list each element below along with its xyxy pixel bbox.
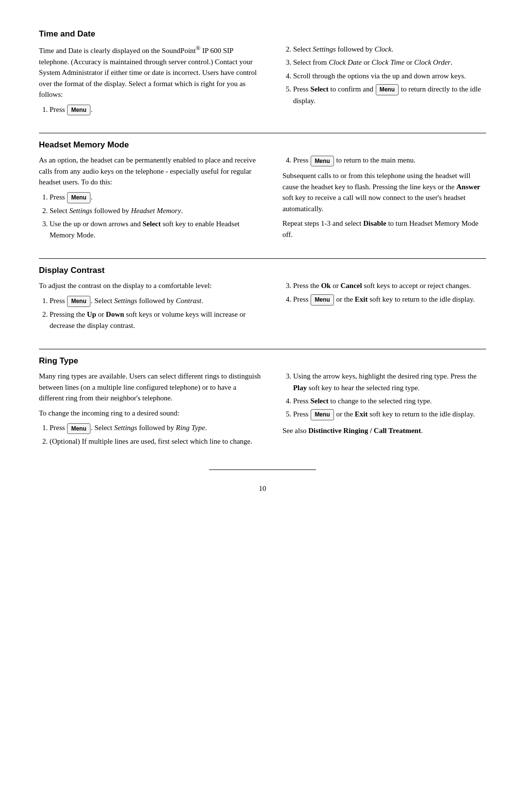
headset-memory-right: Press Menu to return to the main menu. S… — [282, 155, 486, 245]
list-item: Select Settings followed by Clock. — [293, 44, 486, 55]
list-item: Pressing the Up or Down soft keys or vol… — [50, 309, 263, 332]
page-number: 10 — [39, 485, 486, 493]
list-item: Press Menu or the Exit soft key to retur… — [293, 294, 486, 306]
menu-button: Menu — [311, 294, 333, 306]
list-item: Press Menu. — [50, 192, 263, 203]
headset-memory-right-steps: Press Menu to return to the main menu. — [293, 155, 486, 166]
time-and-date-left-steps: Press Menu. — [50, 104, 263, 116]
menu-button: Menu — [311, 409, 333, 420]
list-item: Select from Clock Date or Clock Time or … — [293, 57, 486, 68]
page-bottom-divider — [209, 469, 316, 470]
section-display-contrast: Display Contrast To adjust the contrast … — [39, 266, 486, 344]
list-item: Press Menu or the Exit soft key to retur… — [293, 409, 486, 420]
time-and-date-left: Time and Date is clearly displayed on th… — [39, 44, 263, 119]
menu-button: Menu — [67, 423, 90, 434]
list-item: Press Menu. — [50, 104, 263, 116]
list-item: Press Menu. Select Settings followed by … — [50, 422, 263, 434]
headset-memory-subsequent: Subsequent calls to or from this telepho… — [282, 170, 486, 214]
list-item: Select Settings followed by Headset Memo… — [50, 205, 263, 217]
section-title-headset-memory-mode: Headset Memory Mode — [39, 140, 486, 150]
list-item: Press Select to change to the selected r… — [293, 396, 486, 407]
headset-memory-left: As an option, the headset can be permane… — [39, 155, 263, 245]
list-item: Using the arrow keys, highlight the desi… — [293, 371, 486, 394]
list-item: Press Menu to return to the main menu. — [293, 155, 486, 166]
section-headset-memory-mode: Headset Memory Mode As an option, the he… — [39, 140, 486, 253]
time-and-date-right: Select Settings followed by Clock. Selec… — [282, 44, 486, 119]
section-title-time-and-date: Time and Date — [39, 29, 486, 39]
section-time-and-date: Time and Date Time and Date is clearly d… — [39, 29, 486, 128]
section-ring-type: Ring Type Many ring types are available.… — [39, 356, 486, 460]
headset-memory-left-steps: Press Menu. Select Settings followed by … — [50, 192, 263, 241]
divider — [39, 133, 486, 133]
display-contrast-content: To adjust the contrast on the display to… — [39, 280, 486, 335]
display-contrast-intro: To adjust the contrast on the display to… — [39, 280, 263, 291]
ring-type-left-steps: Press Menu. Select Settings followed by … — [50, 422, 263, 447]
page-content: Time and Date Time and Date is clearly d… — [39, 29, 486, 493]
ring-type-left: Many ring types are available. Users can… — [39, 371, 263, 451]
ring-type-right-steps: Using the arrow keys, highlight the desi… — [293, 371, 486, 420]
time-and-date-content: Time and Date is clearly displayed on th… — [39, 44, 486, 119]
display-contrast-right-steps: Press the Ok or Cancel soft keys to acce… — [293, 280, 486, 305]
menu-button: Menu — [67, 296, 90, 307]
list-item: Use the up or down arrows and Select sof… — [50, 218, 263, 241]
time-and-date-right-steps: Select Settings followed by Clock. Selec… — [293, 44, 486, 107]
list-item: Press the Ok or Cancel soft keys to acce… — [293, 280, 486, 291]
section-title-display-contrast: Display Contrast — [39, 266, 486, 275]
ring-type-see-also: See also Distinctive Ringing / Call Trea… — [282, 425, 486, 436]
menu-button: Menu — [67, 105, 90, 116]
divider — [39, 258, 486, 259]
menu-button: Menu — [376, 84, 399, 95]
list-item: (Optional) If multiple lines are used, f… — [50, 436, 263, 447]
list-item: Press Menu. Select Settings followed by … — [50, 295, 263, 307]
display-contrast-left-steps: Press Menu. Select Settings followed by … — [50, 295, 263, 331]
list-item: Press Select to confirm and Menu to retu… — [293, 84, 486, 107]
ring-type-content: Many ring types are available. Users can… — [39, 371, 486, 451]
headset-memory-repeat: Repeat steps 1-3 and select Disable to t… — [282, 218, 486, 240]
display-contrast-right: Press the Ok or Cancel soft keys to acce… — [282, 280, 486, 335]
time-and-date-intro: Time and Date is clearly displayed on th… — [39, 44, 263, 100]
section-title-ring-type: Ring Type — [39, 356, 486, 366]
display-contrast-left: To adjust the contrast on the display to… — [39, 280, 263, 335]
menu-button: Menu — [67, 192, 90, 203]
ring-type-intro1: Many ring types are available. Users can… — [39, 371, 263, 404]
ring-type-right: Using the arrow keys, highlight the desi… — [282, 371, 486, 451]
headset-memory-content: As an option, the headset can be permane… — [39, 155, 486, 245]
divider — [39, 349, 486, 349]
menu-button: Menu — [311, 156, 333, 167]
list-item: Scroll through the options via the up an… — [293, 71, 486, 82]
headset-memory-intro: As an option, the headset can be permane… — [39, 155, 263, 188]
ring-type-intro2: To change the incoming ring to a desired… — [39, 408, 263, 419]
